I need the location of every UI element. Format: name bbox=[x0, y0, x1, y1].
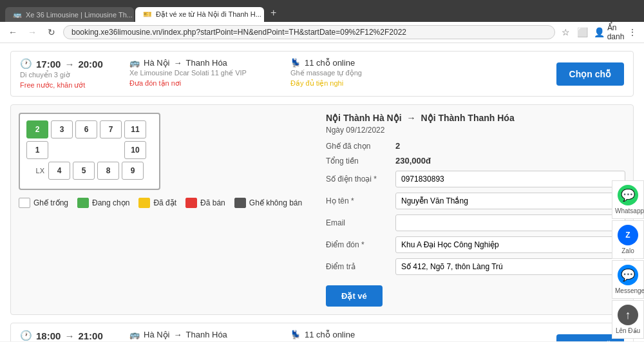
seat-11[interactable]: 11 bbox=[124, 120, 146, 138]
time-arrow-2: → bbox=[64, 330, 74, 341]
legend-empty: Ghế trống bbox=[19, 198, 68, 208]
form-row-total: Tổng tiền 230,000đ bbox=[326, 156, 625, 166]
time-row-1: 🕐 17:00 → 20:00 bbox=[20, 58, 110, 70]
zalo-icon: Z bbox=[618, 225, 638, 245]
legend-booked: Đã đặt bbox=[138, 198, 176, 208]
seat-chosen-label: Ghế đã chọn bbox=[326, 142, 390, 151]
tab-favicon: 🚌 bbox=[13, 10, 22, 19]
tab-label-1: Xe 36 Limousine | Limousine Th... bbox=[26, 11, 133, 19]
form-row-dropoff: Điểm trả bbox=[326, 258, 625, 275]
legend-label-nfs: Ghế không bán bbox=[249, 198, 302, 207]
tab-limousine[interactable]: 🚌 Xe 36 Limousine | Limousine Th... ✕ bbox=[5, 7, 134, 22]
booking-route-header: Nội Thành Hà Nội → Nội Thành Thanh Hóa bbox=[326, 113, 625, 123]
seat-6[interactable]: 6 bbox=[75, 120, 97, 138]
seat-row-2: 1 10 bbox=[26, 141, 153, 159]
forward-button[interactable]: → bbox=[24, 24, 40, 40]
form-row-pickup: Điểm đón * bbox=[326, 236, 625, 253]
whatsapp-button[interactable]: 💬 Whatsapp bbox=[612, 180, 644, 219]
email-label: Email bbox=[326, 218, 390, 227]
menu-icon[interactable]: ⋮ bbox=[626, 26, 639, 39]
choose-btn-1[interactable]: Chọn chỗ bbox=[556, 62, 624, 86]
phone-label: Số điện thoại * bbox=[326, 175, 390, 184]
top-label: Lên Đầu bbox=[616, 327, 640, 334]
seat-spacer-1 bbox=[51, 141, 73, 159]
seat-8[interactable]: 8 bbox=[97, 162, 119, 180]
name-input[interactable] bbox=[395, 193, 625, 209]
email-input[interactable] bbox=[395, 214, 625, 231]
top-button[interactable]: ↑ Lên Đầu bbox=[612, 300, 644, 339]
pickup-input[interactable] bbox=[395, 236, 625, 253]
seat-10[interactable]: 10 bbox=[124, 141, 146, 159]
route-arrow-2: → bbox=[174, 330, 182, 339]
tab-booking[interactable]: 🎫 Đặt vé xe từ Hà Nội đi Thanh H... ✕ bbox=[135, 7, 264, 22]
seat-row-1: 2 3 6 7 11 bbox=[26, 120, 153, 138]
amenity-1: Free nước, khăn ướt bbox=[20, 81, 110, 90]
amenities-note-1: Đầy đủ tiện nghi bbox=[290, 79, 381, 88]
clock-icon-1: 🕐 bbox=[20, 58, 32, 70]
seat-lx-label: LX bbox=[26, 167, 44, 175]
time-row-2: 🕐 18:00 → 21:00 bbox=[20, 330, 110, 341]
time-to-2: 21:00 bbox=[78, 330, 102, 341]
address-bar[interactable] bbox=[63, 25, 555, 39]
seats-count-2: 11 chỗ online bbox=[305, 330, 355, 339]
time-from-2: 18:00 bbox=[36, 330, 61, 341]
vehicle-2: Xe Limousine Dcar Solati 11 ghế VIP bbox=[129, 341, 271, 341]
submit-booking-btn[interactable]: Đặt vé bbox=[326, 285, 383, 307]
messenger-button[interactable]: 💬 Messenger bbox=[612, 260, 644, 299]
name-label: Họ tên * bbox=[326, 196, 390, 205]
legend-not-for-sale: Ghế không bán bbox=[234, 198, 302, 208]
route-section-1: 🚌 Hà Nội → Thanh Hóa Xe Limousine Dcar S… bbox=[129, 58, 271, 88]
bookmark-icon[interactable]: ☆ bbox=[559, 26, 572, 39]
listing-header-1: 🕐 17:00 → 20:00 Di chuyển 3 giờ Free nướ… bbox=[20, 58, 624, 90]
new-tab-button[interactable]: + bbox=[265, 4, 281, 22]
seat-9[interactable]: 9 bbox=[122, 162, 144, 180]
legend-label-booked: Đã đặt bbox=[153, 198, 176, 207]
seat-spacer-3 bbox=[100, 141, 122, 159]
extension-icon[interactable]: ⬜ bbox=[576, 26, 589, 39]
zalo-button[interactable]: Z Zalo bbox=[612, 220, 644, 259]
seat-5[interactable]: 5 bbox=[73, 162, 95, 180]
dropoff-input[interactable] bbox=[395, 258, 625, 275]
time-to-1: 20:00 bbox=[78, 59, 102, 70]
tab-label-2: Đặt vé xe từ Hà Nội đi Thanh H... bbox=[156, 10, 261, 19]
booking-from: Nội Thành Hà Nội bbox=[326, 113, 402, 123]
seats-note-2: Ghế massage tự động bbox=[290, 341, 381, 341]
booking-route-arrow: → bbox=[407, 113, 416, 123]
form-row-name: Họ tên * bbox=[326, 193, 625, 209]
route-to-2: Thanh Hóa bbox=[186, 330, 227, 339]
time-section-1: 🕐 17:00 → 20:00 Di chuyển 3 giờ Free nướ… bbox=[20, 58, 110, 90]
listing-main-info-1: 🕐 17:00 → 20:00 Di chuyển 3 giờ Free nướ… bbox=[20, 58, 556, 90]
form-row-phone: Số điện thoại * bbox=[326, 171, 625, 187]
seat-2[interactable]: 2 bbox=[26, 120, 48, 138]
whatsapp-label: Whatsapp bbox=[615, 207, 644, 214]
listing-header-2: 🕐 18:00 → 21:00 Di chuyển 3 giờ Free nướ… bbox=[20, 330, 624, 341]
seat-map-container: 2 3 6 7 11 1 10 LX 4 5 bbox=[19, 113, 318, 307]
seats-section-1: 💺 11 chỗ online Ghế massage tự động Đầy … bbox=[290, 58, 381, 88]
seat-3[interactable]: 3 bbox=[51, 120, 73, 138]
whatsapp-icon: 💬 bbox=[618, 185, 638, 205]
seat-1[interactable]: 1 bbox=[26, 141, 48, 159]
page-content: 🕐 17:00 → 20:00 Di chuyển 3 giờ Free nướ… bbox=[0, 43, 644, 341]
route-row-1: 🚌 Hà Nội → Thanh Hóa bbox=[129, 58, 271, 68]
phone-input[interactable] bbox=[395, 171, 625, 187]
seat-7[interactable]: 7 bbox=[100, 120, 122, 138]
form-row-email: Email bbox=[326, 214, 625, 231]
seats-row-2: 💺 11 chỗ online bbox=[290, 330, 381, 339]
time-from-1: 17:00 bbox=[36, 59, 61, 70]
toolbar-right: ☆ ⬜ 👤 Ẩn danh ⋮ bbox=[559, 26, 639, 39]
tab-favicon-2: 🎫 bbox=[143, 10, 152, 19]
total-label: Tổng tiền bbox=[326, 157, 390, 166]
booking-panel: 2 3 6 7 11 1 10 LX 4 5 bbox=[10, 104, 634, 315]
seat-4[interactable]: 4 bbox=[48, 162, 70, 180]
seats-section-2: 💺 11 chỗ online Ghế massage tự động Đầy … bbox=[290, 330, 381, 341]
route-from-1: Hà Nội bbox=[144, 58, 170, 68]
route-arrow-1: → bbox=[174, 58, 182, 68]
seat-spacer-2 bbox=[75, 141, 97, 159]
messenger-label: Messenger bbox=[615, 287, 644, 294]
profile-icon[interactable]: 👤 bbox=[592, 26, 605, 39]
reload-button[interactable]: ↻ bbox=[44, 24, 59, 40]
booking-form: Nội Thành Hà Nội → Nội Thành Thanh Hóa N… bbox=[326, 113, 625, 307]
route-from-2: Hà Nội bbox=[144, 330, 170, 339]
legend-sold: Đã bán bbox=[185, 198, 225, 208]
back-button[interactable]: ← bbox=[5, 24, 21, 40]
